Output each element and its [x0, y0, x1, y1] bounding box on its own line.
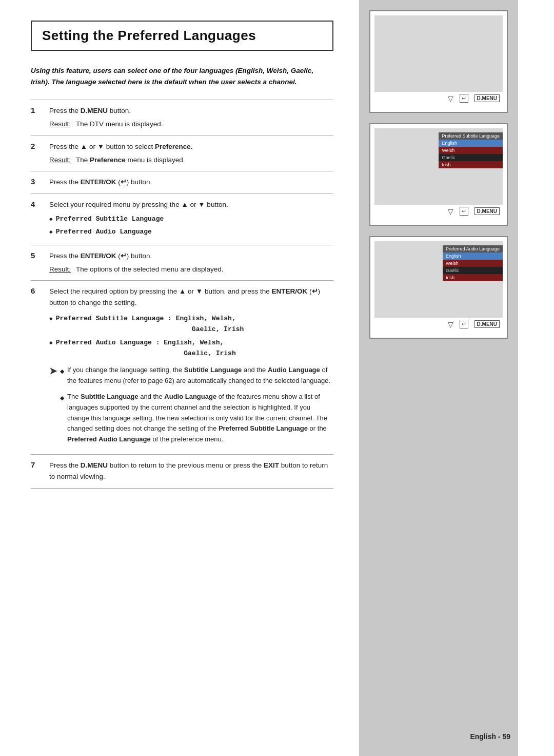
tv-panel-1: ▽ ↵ D.MENU	[369, 10, 508, 113]
audio-menu-english: English	[443, 253, 503, 260]
subtitle-menu-gaelic: Gaelic	[439, 154, 503, 161]
enter-icon-2: ↵	[460, 207, 468, 216]
tv-panel-2: Preferred Subtitle Language English Wels…	[369, 123, 508, 226]
page-footer: English - 59	[470, 732, 510, 741]
step-5-content: Press the ENTER/OK (↵) button. Result: T…	[49, 250, 333, 276]
step-5-result-label: Result:	[49, 264, 71, 275]
step-6-text: Select the required option by pressing t…	[49, 287, 320, 306]
step-1-number: 1	[31, 105, 41, 114]
step-2-content: Press the ▲ or ▼ button to select Prefer…	[49, 141, 333, 166]
step-2-result-text: The Preference menu is displayed.	[76, 154, 185, 166]
step-6-content: Select the required option by pressing t…	[49, 286, 333, 449]
step-5-result-text: The options of the selected menu are dis…	[76, 264, 223, 275]
subtitle-menu-english: English	[439, 140, 503, 147]
subtitle-menu-overlay: Preferred Subtitle Language English Wels…	[439, 132, 503, 168]
subtitle-menu-title: Preferred Subtitle Language	[439, 132, 503, 140]
step-7-number: 7	[31, 460, 41, 469]
tv-screen-3: Preferred Audio Language English Welsh G…	[374, 241, 503, 318]
tv-panel-3: Preferred Audio Language English Welsh G…	[369, 236, 508, 339]
step-2-result-label: Result:	[49, 154, 71, 166]
enter-icon-1: ↵	[460, 94, 468, 103]
audio-menu-gaelic: Gaelic	[443, 267, 503, 274]
step-2-number: 2	[31, 141, 41, 150]
page-title-box: Setting the Preferred Languages	[31, 21, 333, 51]
intro-paragraph: Using this feature, users can select one…	[31, 65, 333, 87]
down-arrow-icon-1: ▽	[448, 94, 453, 103]
dmenu-label-1: D.MENU	[474, 94, 500, 102]
arrow-icon: ➤	[49, 364, 57, 379]
audio-menu-title: Preferred Audio Language	[443, 245, 503, 253]
bullet-audio-lang: Preferred Audio Language	[49, 226, 333, 237]
step-1-result-text: The DTV menu is displayed.	[76, 119, 163, 130]
enter-icon-3: ↵	[460, 320, 468, 328]
step-5-text: Press the ENTER/OK (↵) button.	[49, 252, 152, 260]
step-7: 7 Press the D.MENU button to return to t…	[31, 455, 333, 489]
down-arrow-icon-2: ▽	[448, 207, 453, 216]
step-1: 1 Press the D.MENU button. Result: The D…	[31, 100, 333, 136]
step-7-text: Press the D.MENU button to return to the…	[49, 461, 328, 480]
page-number-text: English - 59	[470, 732, 510, 741]
step-1-result-label: Result:	[49, 119, 71, 130]
step-4: 4 Select your required menu by pressing …	[31, 194, 333, 245]
audio-menu-welsh: Welsh	[443, 260, 503, 267]
dmenu-label-3: D.MENU	[474, 320, 500, 328]
step-4-text: Select your required menu by pressing th…	[49, 201, 228, 208]
step-6-number: 6	[31, 286, 41, 295]
bullet-subtitle-options: Preferred Subtitle Language : English, W…	[49, 313, 333, 335]
page-title: Setting the Preferred Languages	[42, 28, 322, 44]
note-2-bullet: The Subtitle Language and the Audio Lang…	[60, 392, 333, 445]
step-5-result: Result: The options of the selected menu…	[49, 264, 333, 275]
step-1-result: Result: The DTV menu is displayed.	[49, 119, 333, 130]
step-6: 6 Select the required option by pressing…	[31, 281, 333, 455]
step-3-text: Press the ENTER/OK (↵) button.	[49, 178, 152, 186]
sidebar: ▽ ↵ D.MENU Preferred Subtitle Language E…	[359, 0, 518, 756]
tv-controls-1: ▽ ↵ D.MENU	[370, 92, 507, 103]
step-2-text: Press the ▲ or ▼ button to select Prefer…	[49, 143, 193, 150]
bullet-subtitle-lang: Preferred Subtitle Language	[49, 214, 333, 224]
subtitle-menu-irish: Irish	[439, 161, 503, 168]
step-1-content: Press the D.MENU button. Result: The DTV…	[49, 105, 333, 130]
step-4-number: 4	[31, 199, 41, 208]
tv-controls-2: ▽ ↵ D.MENU	[370, 205, 507, 216]
step-5-number: 5	[31, 250, 41, 260]
step-7-content: Press the D.MENU button to return to the…	[49, 460, 333, 483]
tv-screen-1	[374, 15, 503, 92]
audio-menu-overlay: Preferred Audio Language English Welsh G…	[443, 245, 503, 281]
audio-menu-irish: Irish	[443, 274, 503, 281]
step-3-content: Press the ENTER/OK (↵) button.	[49, 177, 333, 188]
tv-controls-3: ▽ ↵ D.MENU	[370, 318, 507, 328]
step-6-bullets: Preferred Subtitle Language : English, W…	[49, 313, 333, 359]
step-1-text: Press the D.MENU button.	[49, 107, 131, 114]
diamond-icon-1: ◆	[60, 366, 64, 376]
note-2-text: The Subtitle Language and the Audio Lang…	[67, 392, 333, 445]
subtitle-menu-welsh: Welsh	[439, 147, 503, 154]
dmenu-label-2: D.MENU	[474, 207, 500, 215]
step-4-content: Select your required menu by pressing th…	[49, 199, 333, 240]
step-5: 5 Press the ENTER/OK (↵) button. Result:…	[31, 245, 333, 281]
down-arrow-icon-3: ▽	[448, 320, 453, 328]
step-4-bullets: Preferred Subtitle Language Preferred Au…	[49, 214, 333, 238]
note-arrow-item: ➤ ◆ If you change the language setting, …	[49, 365, 333, 445]
note-1-text: If you change the language setting, the …	[67, 365, 333, 386]
step-2-result: Result: The Preference menu is displayed…	[49, 154, 333, 166]
note-block: ➤ ◆ If you change the language setting, …	[49, 365, 333, 445]
steps-container: 1 Press the D.MENU button. Result: The D…	[31, 100, 333, 488]
step-2: 2 Press the ▲ or ▼ button to select Pref…	[31, 136, 333, 172]
bullet-audio-options: Preferred Audio Language : English, Wels…	[49, 337, 333, 359]
tv-screen-2: Preferred Subtitle Language English Wels…	[374, 128, 503, 205]
main-content: Setting the Preferred Languages Using th…	[0, 0, 359, 756]
step-3: 3 Press the ENTER/OK (↵) button.	[31, 171, 333, 193]
step-3-number: 3	[31, 177, 41, 186]
